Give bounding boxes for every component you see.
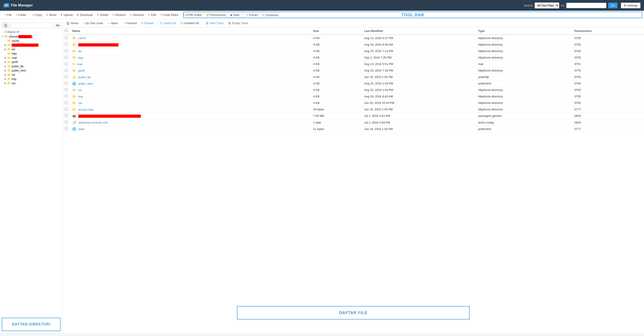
row-checkbox[interactable]: [65, 88, 68, 91]
collapse-all-button[interactable]: ○ Collapse All: [0, 29, 62, 34]
row-size: 11 bytes: [311, 126, 362, 132]
toolbar-file-button[interactable]: + File: [3, 12, 14, 17]
table-row: 📁 logs 4 KB Sep 2, 2016 7:20 PM httpd/un…: [62, 54, 644, 61]
tree-root-item[interactable]: ▼ 📁 (/home/ ): [1, 34, 62, 39]
tree-item-ssl[interactable]: ▶ 📁 ssl: [1, 73, 62, 77]
tree-item-perl5[interactable]: ▶ 📁 perl5: [1, 60, 62, 64]
home-button[interactable]: 🏠: [2, 22, 10, 28]
app-title: File Manager: [11, 3, 33, 7]
th-type[interactable]: Type: [476, 27, 572, 35]
toolbar-folder-button[interactable]: + Folder: [14, 12, 28, 17]
row-name-cell: 📁 tmp: [70, 93, 311, 100]
file-name-link[interactable]: mail: [77, 62, 82, 66]
toolbar-view-button[interactable]: ◉ View: [228, 12, 241, 17]
tree-item-etc[interactable]: ▶ 📁 etc: [1, 47, 62, 51]
logs-label: logs: [12, 52, 17, 55]
ftp-icon: ⭐: [72, 75, 76, 79]
row-checkbox[interactable]: [65, 69, 68, 72]
search-type-select[interactable]: All Your Files: [535, 2, 559, 8]
row-checkbox[interactable]: [65, 108, 68, 111]
th-modified[interactable]: Last Modified: [362, 27, 476, 35]
toolbar-delete-button[interactable]: ✕ Delete: [95, 12, 110, 17]
home-nav-button[interactable]: 🏠 Home: [64, 20, 80, 26]
row-checkbox[interactable]: [65, 127, 68, 130]
toolbar-extract-button[interactable]: ↗ Extract: [244, 12, 260, 17]
file-name-link[interactable]: www: [78, 127, 84, 131]
row-checkbox[interactable]: [65, 43, 68, 45]
row-checkbox[interactable]: [65, 56, 68, 59]
unselect-all-button[interactable]: ☐ Unselect All: [178, 20, 201, 26]
row-modified: Sep 2, 2016 7:20 PM: [362, 54, 476, 61]
row-checkbox[interactable]: [65, 49, 68, 52]
toolbar-copy-button[interactable]: ⎘ Copy: [31, 12, 44, 17]
row-checkbox[interactable]: [65, 82, 68, 85]
empty-trash-icon: 🗑: [228, 21, 231, 25]
file-name-link[interactable]: public_html: [78, 82, 93, 85]
row-checkbox[interactable]: [65, 101, 68, 104]
file-name-link[interactable]: access-logs: [78, 108, 94, 111]
toolbar-code-editor-button[interactable]: ✎ Code Editor: [158, 12, 180, 17]
toolbar-rename-button[interactable]: ✎ Rename: [128, 12, 146, 17]
file-name-link[interactable]: public_ftp: [78, 75, 91, 79]
toolbar-permissions-button[interactable]: 🔑 Permissions: [204, 12, 228, 17]
mail-label: mail: [12, 56, 17, 59]
row-type: httpd/unix-directory: [476, 54, 572, 61]
row-checkbox[interactable]: [65, 75, 68, 78]
file-name-link[interactable]: logs: [78, 56, 84, 59]
expand-icon: ▶: [4, 82, 7, 84]
row-perms: 0600: [572, 113, 644, 119]
delete-icon: ✕: [97, 13, 99, 16]
row-type: text/x-config: [476, 119, 572, 126]
tree-item-tmp[interactable]: ▶ 📁 tmp: [1, 77, 62, 81]
edit-icon: ✏: [148, 13, 150, 16]
toolbar-restore-button[interactable]: ↺ Restore: [111, 12, 128, 17]
toolbar-download-button[interactable]: ⬇ Download: [75, 12, 94, 17]
file-name-link[interactable]: cpbackup-exclude.conf: [78, 121, 108, 124]
forward-button[interactable]: → Forward: [120, 20, 139, 26]
up-icon: ↑: [83, 21, 84, 25]
search-input[interactable]: [566, 3, 606, 8]
row-checkbox[interactable]: [65, 114, 68, 117]
empty-trash-button[interactable]: 🗑 Empty Trash: [226, 20, 250, 26]
view-trash-button[interactable]: 🗑 View Trash: [204, 20, 226, 26]
up-one-level-button[interactable]: ↑ Up One Level: [81, 20, 105, 26]
tree-item-logs[interactable]: 📁 logs: [1, 51, 62, 56]
toolbar-compress-button[interactable]: ✂ Compress: [260, 12, 280, 18]
tree-item-redacted[interactable]: ▶ 📁: [1, 43, 62, 47]
th-size[interactable]: Size: [311, 27, 362, 35]
row-checkbox[interactable]: [65, 121, 68, 124]
file-name-link[interactable]: cache: [78, 36, 86, 40]
back-button[interactable]: ← Back: [106, 20, 120, 26]
row-checkbox[interactable]: [65, 62, 68, 65]
toolbar-upload-button[interactable]: ⬆ Upload: [58, 12, 74, 17]
tree-item-public-ftp[interactable]: ▶ 📁 public_ftp: [1, 64, 62, 68]
toolbar-edit-button[interactable]: ✏ Edit: [146, 12, 158, 17]
tree-item-public-html[interactable]: ▶ 📁 public_html: [1, 68, 62, 73]
settings-button[interactable]: ⚙ Settings: [621, 3, 640, 8]
tree-item-mail[interactable]: ▶ 📁 mail: [1, 56, 62, 60]
reload-button[interactable]: ↻ Reload: [139, 20, 156, 26]
select-all-checkbox[interactable]: [65, 29, 68, 32]
row-checkbox[interactable]: [65, 95, 68, 98]
row-size: 7.83 MB: [311, 113, 362, 119]
toolbar-html-editor-button[interactable]: ✎ HTML Editor: [181, 12, 204, 17]
compress-label: Compress: [265, 13, 278, 17]
th-name[interactable]: Name: [70, 27, 311, 35]
tree-item-cache[interactable]: 📁 cache: [1, 39, 62, 43]
select-all-button[interactable]: ☑ Select All: [158, 20, 177, 26]
sidebar-go-button[interactable]: Go: [54, 22, 62, 28]
toolbar-move-button[interactable]: ↧ Move: [44, 12, 58, 17]
file-name-link[interactable]: ssl: [78, 88, 82, 92]
file-name-link[interactable]: perl5: [78, 69, 85, 72]
file-name-link[interactable]: etc: [78, 50, 82, 53]
th-perms[interactable]: Permissions: [572, 27, 644, 35]
table-header-row: Name Size Last Modified Type Permissions: [62, 27, 644, 35]
move-icon: ↧: [46, 13, 48, 16]
row-checkbox[interactable]: [65, 36, 68, 39]
search-go-button[interactable]: Go: [608, 3, 618, 8]
path-input[interactable]: [11, 22, 52, 28]
tree-item-var[interactable]: ▶ 📁 var: [1, 81, 62, 85]
public-ftp-icon: 📁: [7, 64, 11, 68]
file-name-link[interactable]: var: [78, 101, 82, 105]
file-name-link[interactable]: tmp: [78, 95, 83, 98]
